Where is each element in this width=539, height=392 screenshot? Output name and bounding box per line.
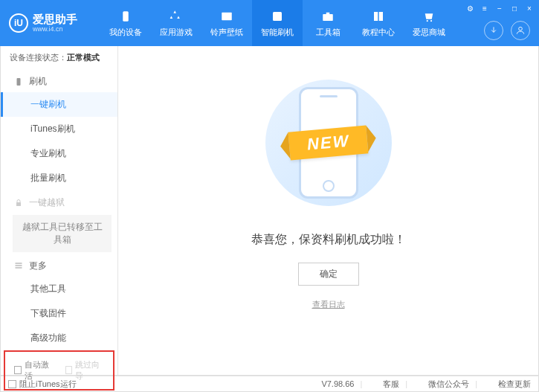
nav-label: 应用游戏 [160, 27, 193, 38]
section-jailbreak: 一键越狱 [1, 190, 117, 213]
sidebar-item-advanced[interactable]: 高级功能 [1, 326, 117, 350]
app-logo-icon: iU [9, 13, 28, 33]
svg-rect-1 [222, 12, 232, 20]
sidebar-item-itunes-flash[interactable]: iTunes刷机 [1, 117, 117, 141]
nav-toolbox[interactable]: 工具箱 [303, 0, 353, 46]
minimize-icon[interactable]: − [494, 3, 505, 13]
app-header: iU 爱思助手 www.i4.cn 我的设备 应用游戏 铃声壁纸 智能刷机 工具… [0, 0, 539, 46]
sidebar-item-pro-flash[interactable]: 专业刷机 [1, 141, 117, 166]
svg-rect-4 [326, 12, 330, 13]
svg-rect-9 [16, 202, 21, 206]
cart-icon [422, 9, 436, 24]
apps-icon [169, 9, 184, 24]
checkbox-label: 跳过向导 [75, 359, 104, 382]
nav-label: 工具箱 [316, 27, 340, 38]
nav-ringtones[interactable]: 铃声壁纸 [201, 0, 252, 46]
body-area: 设备连接状态：正常模式 刷机 一键刷机 iTunes刷机 专业刷机 批量刷机 一… [0, 46, 539, 376]
support-link[interactable]: 客服 [383, 379, 399, 390]
connection-status: 设备连接状态：正常模式 [1, 46, 117, 69]
svg-rect-12 [16, 268, 22, 269]
nav-store[interactable]: 爱思商城 [404, 0, 454, 46]
svg-point-6 [430, 19, 432, 21]
download-button[interactable] [484, 21, 503, 40]
checkbox-label: 阻止iTunes运行 [19, 379, 77, 390]
close-icon[interactable]: × [524, 3, 535, 13]
sidebar-item-batch-flash[interactable]: 批量刷机 [1, 166, 117, 190]
lock-icon [14, 199, 23, 208]
svg-rect-0 [123, 11, 129, 22]
sidebar: 设备连接状态：正常模式 刷机 一键刷机 iTunes刷机 专业刷机 批量刷机 一… [1, 46, 118, 375]
status-value: 正常模式 [67, 53, 100, 62]
nav-flash[interactable]: 智能刷机 [252, 0, 303, 46]
wechat-link[interactable]: 微信公众号 [428, 379, 469, 390]
check-update-link[interactable]: 检查更新 [498, 379, 531, 390]
nav-my-device[interactable]: 我的设备 [100, 0, 151, 46]
checkbox-block-itunes[interactable]: 阻止iTunes运行 [8, 379, 77, 390]
logo-area: iU 爱思助手 www.i4.cn [0, 13, 100, 33]
sidebar-item-download-firmware[interactable]: 下载固件 [1, 301, 117, 326]
status-label: 设备连接状态： [10, 53, 67, 62]
nav-label: 爱思商城 [413, 27, 445, 38]
svg-rect-10 [16, 263, 22, 264]
nav-label: 铃声壁纸 [210, 27, 243, 38]
app-name: 爱思助手 [33, 13, 77, 25]
section-more[interactable]: 更多 [1, 254, 117, 277]
settings-icon[interactable]: ⚙ [465, 3, 475, 13]
app-url: www.i4.cn [33, 26, 77, 33]
section-label: 更多 [29, 260, 47, 272]
toolbox-icon [320, 9, 335, 24]
svg-rect-3 [323, 14, 333, 21]
sidebar-item-other-tools[interactable]: 其他工具 [1, 277, 117, 301]
section-label: 刷机 [29, 75, 47, 88]
svg-point-5 [427, 19, 428, 21]
nav-label: 智能刷机 [261, 27, 294, 38]
maximize-icon[interactable]: □ [509, 3, 520, 13]
image-icon [219, 9, 234, 24]
checkbox-icon [8, 380, 16, 388]
phone-icon [14, 77, 23, 86]
nav-label: 教程中心 [362, 27, 395, 38]
user-button[interactable] [511, 21, 530, 40]
success-message: 恭喜您，保资料刷机成功啦！ [251, 232, 406, 248]
svg-rect-11 [16, 266, 22, 266]
checkbox-icon [65, 366, 73, 374]
sidebar-item-onekey-flash[interactable]: 一键刷机 [1, 92, 117, 117]
success-illustration: NEW [254, 68, 403, 217]
window-controls: ⚙ ≡ − □ × [465, 3, 535, 13]
header-actions [484, 21, 530, 40]
nav-label: 我的设备 [109, 27, 142, 38]
nav-apps[interactable]: 应用游戏 [151, 0, 201, 46]
section-flash[interactable]: 刷机 [1, 69, 117, 92]
svg-rect-8 [17, 78, 21, 86]
svg-rect-2 [273, 12, 282, 21]
flash-icon [270, 9, 285, 24]
svg-point-7 [519, 27, 523, 30]
book-icon [371, 9, 386, 24]
menu-icon[interactable]: ≡ [480, 3, 490, 13]
device-icon [118, 9, 133, 24]
checkbox-icon [14, 366, 22, 374]
version-label: V7.98.66 [321, 379, 354, 388]
section-label: 一键越狱 [29, 196, 65, 209]
view-log-link[interactable]: 查看日志 [312, 299, 345, 310]
ok-button[interactable]: 确定 [298, 263, 359, 286]
list-icon [14, 261, 23, 270]
nav-tutorials[interactable]: 教程中心 [353, 0, 404, 46]
jailbreak-moved-note[interactable]: 越狱工具已转移至工具箱 [13, 215, 112, 252]
main-content: NEW 恭喜您，保资料刷机成功啦！ 确定 查看日志 [118, 46, 538, 375]
